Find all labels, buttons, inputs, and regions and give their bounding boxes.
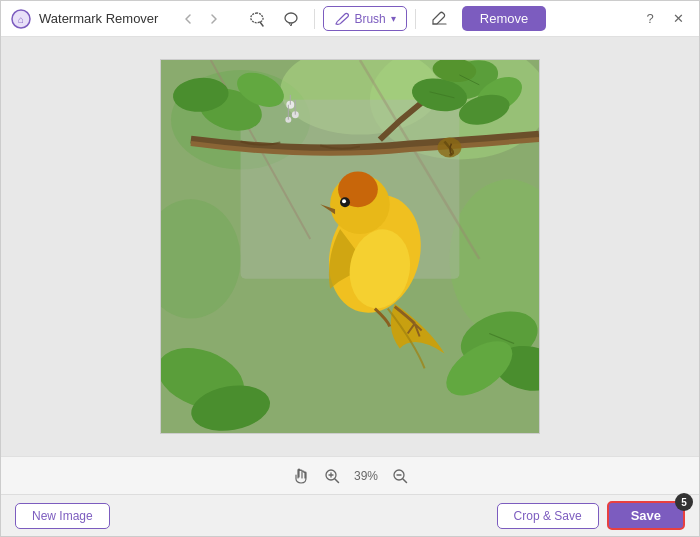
new-image-button[interactable]: New Image — [15, 503, 110, 529]
toolbar-separator-1 — [314, 9, 315, 29]
eraser-tool-button[interactable] — [424, 5, 454, 33]
zoom-in-icon[interactable] — [324, 468, 340, 484]
window-controls: ? ✕ — [639, 8, 689, 30]
brush-label: Brush — [354, 12, 385, 26]
footer: New Image Crop & Save 5 Save — [1, 494, 699, 536]
brush-icon — [334, 11, 349, 26]
image-canvas — [160, 59, 540, 434]
app-title: Watermark Remover — [39, 11, 158, 26]
selection-tool-button[interactable] — [276, 5, 306, 33]
canvas-area — [1, 37, 699, 456]
zoom-bar: 39% — [1, 456, 699, 494]
crop-save-button[interactable]: Crop & Save — [497, 503, 599, 529]
title-bar: ⌂ Watermark Remover — [1, 1, 699, 37]
save-button-wrapper: 5 Save — [607, 501, 685, 530]
remove-button[interactable]: Remove — [462, 6, 546, 31]
app-logo-icon: ⌂ — [11, 9, 31, 29]
hand-pan-icon[interactable] — [292, 467, 310, 485]
svg-line-43 — [335, 479, 339, 483]
zoom-out-icon[interactable] — [392, 468, 408, 484]
notification-badge: 5 — [675, 493, 693, 511]
toolbar-separator-2 — [415, 9, 416, 29]
svg-point-2 — [285, 13, 297, 23]
svg-point-28 — [342, 199, 346, 203]
forward-button[interactable] — [202, 7, 226, 31]
brush-chevron-icon: ▾ — [391, 13, 396, 24]
lasso-tool-button[interactable] — [242, 5, 272, 33]
footer-right: Crop & Save 5 Save — [497, 501, 685, 530]
title-left: ⌂ Watermark Remover — [11, 5, 546, 33]
svg-line-47 — [403, 479, 407, 483]
zoom-percentage: 39% — [354, 469, 378, 483]
navigation-buttons — [176, 7, 226, 31]
back-button[interactable] — [176, 7, 200, 31]
close-button[interactable]: ✕ — [667, 8, 689, 30]
toolbar: Brush ▾ — [242, 5, 453, 33]
save-button[interactable]: Save — [607, 501, 685, 530]
brush-tool-button[interactable]: Brush ▾ — [323, 6, 406, 31]
svg-text:⌂: ⌂ — [18, 14, 24, 25]
help-button[interactable]: ? — [639, 8, 661, 30]
bird-image — [161, 60, 539, 433]
